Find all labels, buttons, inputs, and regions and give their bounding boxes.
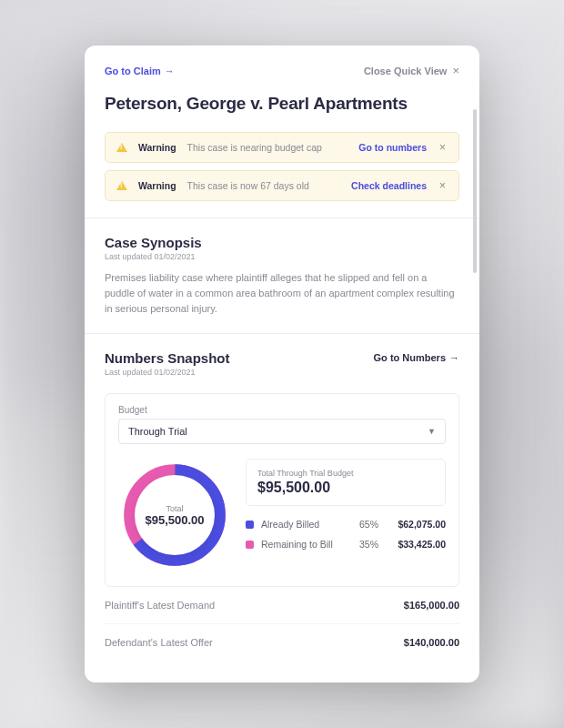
divider [85, 217, 479, 218]
donut-center-label: Total [166, 504, 183, 513]
legend-row-billed: Already Billed 65% $62,075.00 [246, 519, 446, 530]
legend-pct: 35% [349, 539, 378, 550]
kv-value: $165,000.00 [404, 600, 459, 611]
alert-age: Warning This case is now 67 days old Che… [105, 170, 459, 201]
quick-view-panel: Go to Claim → Close Quick View × Peterso… [85, 46, 479, 682]
budget-body: Total $95,500.00 Total Through Trial Bud… [118, 459, 446, 571]
alert-budget: Warning This case is nearing budget cap … [105, 132, 459, 163]
donut-center: Total $95,500.00 [135, 475, 215, 555]
total-box: Total Through Trial Budget $95,500.00 [246, 459, 446, 506]
donut-center-value: $95,500.00 [145, 513, 204, 527]
legend-label: Already Billed [261, 519, 342, 530]
legend-amount: $33,425.00 [386, 539, 446, 550]
legend-row-remaining: Remaining to Bill 35% $33,425.00 [246, 539, 446, 550]
legend-pct: 65% [349, 519, 378, 530]
close-quick-view-label: Close Quick View [364, 66, 448, 76]
budget-label: Budget [118, 405, 446, 415]
total-box-label: Total Through Trial Budget [257, 469, 434, 478]
kv-row-demand: Plaintiff's Latest Demand $165,000.00 [105, 587, 459, 624]
case-title: Peterson, George v. Pearl Apartments [105, 94, 459, 114]
synopsis-body: Premises liability case where plaintiff … [105, 270, 459, 317]
budget-card: Budget Through Trial ▼ Total $95,500.00 [105, 393, 459, 587]
alert-close-button[interactable]: × [438, 141, 448, 154]
warning-icon [116, 143, 127, 152]
numbers-updated: Last updated 01/02/2021 [105, 368, 230, 377]
alert-close-button[interactable]: × [438, 179, 448, 192]
kv-label: Defendant's Latest Offer [105, 637, 213, 648]
go-to-claim-link[interactable]: Go to Claim → [105, 66, 175, 76]
warning-icon [116, 181, 127, 190]
panel-scroll: Go to Claim → Close Quick View × Peterso… [85, 46, 479, 682]
scrollbar[interactable] [473, 109, 477, 273]
arrow-right-icon: → [165, 66, 175, 76]
go-to-claim-label: Go to Claim [105, 66, 161, 76]
go-to-numbers-link[interactable]: Go to Numbers → [374, 352, 459, 363]
kv-label: Plaintiff's Latest Demand [105, 600, 215, 611]
alert-text: This case is nearing budget cap [187, 142, 348, 153]
numbers-header: Numbers Snapshot Last updated 01/02/2021… [105, 350, 459, 386]
kv-value: $140,000.00 [404, 637, 459, 648]
alert-label: Warning [138, 142, 176, 153]
budget-select-value: Through Trial [128, 426, 187, 437]
budget-select[interactable]: Through Trial ▼ [118, 419, 446, 444]
budget-donut-chart: Total $95,500.00 [118, 459, 231, 571]
synopsis-updated: Last updated 01/02/2021 [105, 252, 459, 261]
kv-row-offer: Defendant's Latest Offer $140,000.00 [105, 624, 459, 661]
legend-label: Remaining to Bill [261, 539, 342, 550]
legend-amount: $62,075.00 [386, 519, 446, 530]
arrow-right-icon: → [449, 352, 459, 363]
divider [85, 333, 479, 334]
synopsis-title: Case Synopsis [105, 235, 459, 250]
alert-link-numbers[interactable]: Go to numbers [358, 142, 427, 153]
top-links: Go to Claim → Close Quick View × [105, 64, 459, 77]
alert-text: This case is now 67 days old [187, 180, 341, 191]
swatch-icon [246, 541, 254, 549]
chevron-down-icon: ▼ [428, 427, 436, 436]
total-box-value: $95,500.00 [257, 480, 434, 496]
go-to-numbers-label: Go to Numbers [374, 352, 446, 363]
close-quick-view-button[interactable]: Close Quick View × [364, 64, 459, 77]
numbers-title: Numbers Snapshot [105, 350, 230, 366]
close-icon: × [452, 64, 459, 77]
alert-label: Warning [138, 180, 176, 191]
swatch-icon [246, 521, 254, 529]
alert-link-deadlines[interactable]: Check deadlines [351, 180, 427, 191]
budget-right: Total Through Trial Budget $95,500.00 Al… [246, 459, 446, 559]
